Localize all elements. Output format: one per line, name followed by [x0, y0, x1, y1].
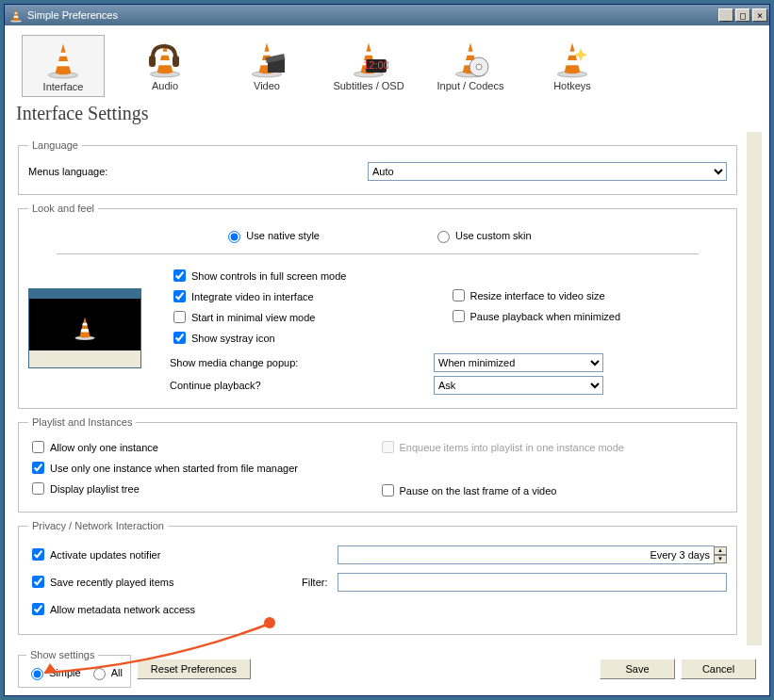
- menus-language-label: Menus language:: [28, 166, 368, 177]
- native-style-radio[interactable]: Use native style: [223, 228, 320, 243]
- menus-language-select[interactable]: Auto: [368, 162, 727, 181]
- enqueue-checkbox: Enqueue items into playlist in one insta…: [378, 438, 728, 456]
- page-title: Interface Settings: [16, 103, 762, 124]
- preferences-window: Simple Preferences _ □ × Interface Audio…: [4, 4, 770, 696]
- interface-preview: [28, 288, 141, 368]
- svg-rect-1: [149, 56, 156, 67]
- metadata-checkbox[interactable]: Allow metadata network access: [28, 600, 195, 618]
- filter-label: Filter:: [302, 577, 338, 588]
- svg-point-8: [476, 64, 482, 70]
- media-popup-select[interactable]: When minimized: [434, 353, 603, 372]
- cancel-button[interactable]: Cancel: [681, 659, 756, 679]
- headphones-icon: [145, 39, 185, 78]
- pause-last-frame-checkbox[interactable]: Pause on the last frame of a video: [378, 481, 728, 499]
- vertical-scrollbar[interactable]: ▲ ▼: [747, 132, 762, 645]
- pause-minimized-checkbox[interactable]: Pause playback when minimized: [449, 307, 728, 325]
- tab-subtitles[interactable]: 12:00 Subtitles / OSD: [327, 35, 410, 97]
- playlist-group: Playlist and Instances Allow only one in…: [18, 416, 737, 513]
- privacy-group: Privacy / Network Interaction Activate u…: [18, 520, 737, 635]
- fullscreen-controls-checkbox[interactable]: Show controls in full screen mode: [170, 267, 449, 285]
- playlist-tree-checkbox[interactable]: Display playlist tree: [28, 480, 378, 497]
- footer-bar: Show settings Simple All Reset Preferenc…: [12, 645, 762, 688]
- filter-input[interactable]: [338, 573, 727, 592]
- integrate-video-checkbox[interactable]: Integrate video in interface: [170, 287, 449, 305]
- reset-button[interactable]: Reset Preferences: [137, 659, 251, 679]
- cone-icon: [43, 40, 83, 79]
- look-and-feel-group: Look and feel Use native style Use custo…: [18, 203, 737, 409]
- scroll-down-icon[interactable]: ▼: [748, 630, 762, 645]
- show-settings-group: Show settings Simple All: [18, 649, 131, 688]
- save-recent-checkbox[interactable]: Save recently played items: [28, 573, 302, 591]
- clapper-icon: [247, 39, 287, 78]
- custom-skin-radio[interactable]: Use custom skin: [433, 228, 532, 243]
- one-instance-checkbox[interactable]: Allow only one instance: [28, 438, 378, 456]
- tab-codecs[interactable]: Input / Codecs: [429, 35, 512, 97]
- titlebar: Simple Preferences _ □ ×: [5, 5, 769, 25]
- disc-icon: [451, 39, 490, 78]
- tab-interface[interactable]: Interface: [22, 35, 105, 97]
- resize-interface-checkbox[interactable]: Resize interface to video size: [449, 286, 728, 304]
- app-icon: [8, 8, 24, 23]
- svg-rect-2: [173, 56, 179, 67]
- update-interval-field[interactable]: [338, 545, 715, 564]
- language-group: Language Menus language: Auto: [18, 139, 737, 195]
- settings-scroll: ▲ ▼ Language Menus language: Auto Look a…: [12, 132, 762, 645]
- annotation-dot: [264, 617, 275, 628]
- simple-radio[interactable]: Simple: [26, 665, 81, 680]
- sparkle-icon: [552, 39, 592, 78]
- minimal-view-checkbox[interactable]: Start in minimal view mode: [170, 308, 449, 326]
- window-title: Simple Preferences: [27, 9, 118, 21]
- updates-checkbox[interactable]: Activate updates notifier: [28, 545, 338, 563]
- save-button[interactable]: Save: [600, 659, 675, 679]
- osd-icon: 12:00: [349, 39, 388, 78]
- tab-video[interactable]: Video: [225, 35, 308, 97]
- interval-spinner[interactable]: ▲▼: [714, 546, 727, 563]
- maximize-button[interactable]: □: [735, 8, 750, 22]
- one-instance-fm-checkbox[interactable]: Use only one instance when started from …: [28, 459, 378, 477]
- svg-text:12:00: 12:00: [363, 59, 388, 71]
- tab-audio[interactable]: Audio: [124, 35, 206, 97]
- all-radio[interactable]: All: [89, 665, 123, 680]
- continue-playback-label: Continue playback?: [170, 380, 434, 391]
- continue-playback-select[interactable]: Ask: [434, 376, 603, 395]
- systray-checkbox[interactable]: Show systray icon: [170, 329, 449, 347]
- media-popup-label: Show media change popup:: [170, 357, 434, 368]
- scroll-up-icon[interactable]: ▲: [748, 132, 762, 147]
- tab-hotkeys[interactable]: Hotkeys: [531, 35, 614, 97]
- category-tabs: Interface Audio Video 12:00 Subtitles / …: [12, 31, 762, 97]
- close-button[interactable]: ×: [752, 8, 767, 22]
- minimize-button[interactable]: _: [718, 8, 733, 22]
